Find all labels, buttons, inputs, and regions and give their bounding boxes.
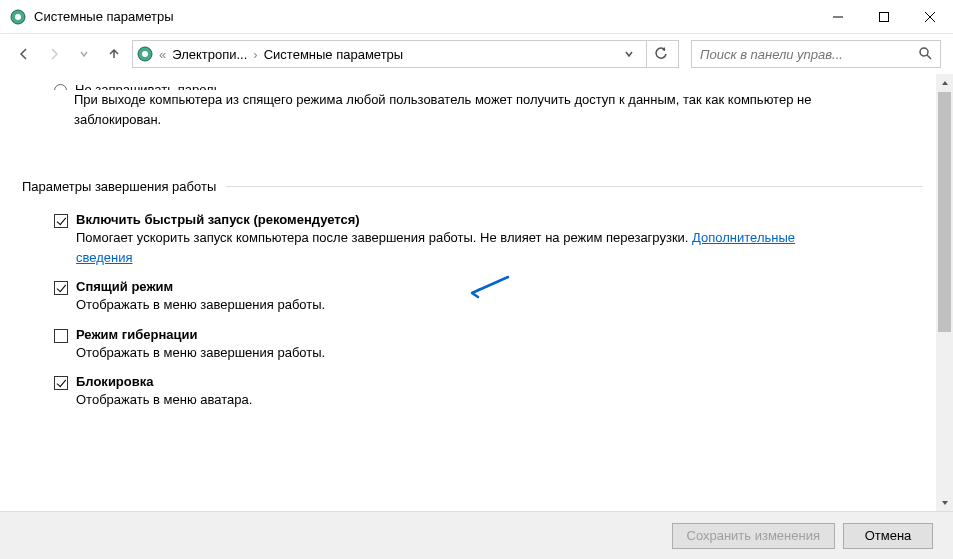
maximize-button[interactable] bbox=[861, 2, 907, 32]
forward-button[interactable] bbox=[42, 42, 66, 66]
chevron-right-icon: › bbox=[253, 47, 257, 62]
window-title: Системные параметры bbox=[34, 9, 815, 24]
checkbox-desc: Отображать в меню завершения работы. bbox=[76, 343, 923, 363]
search-icon[interactable] bbox=[918, 46, 932, 63]
checkbox-icon bbox=[54, 214, 68, 228]
checkbox-icon bbox=[54, 281, 68, 295]
checkbox-desc: Отображать в меню аватара. bbox=[76, 390, 923, 410]
radio-label: Не запрашивать пароль bbox=[75, 82, 220, 90]
scroll-thumb[interactable] bbox=[938, 92, 951, 332]
svg-point-8 bbox=[920, 48, 928, 56]
cancel-button[interactable]: Отмена bbox=[843, 523, 933, 549]
checkbox-label: Включить быстрый запуск (рекомендуется) bbox=[76, 212, 360, 227]
address-icon bbox=[137, 46, 153, 62]
back-button[interactable] bbox=[12, 42, 36, 66]
checkbox-icon bbox=[54, 376, 68, 390]
recent-dropdown[interactable] bbox=[72, 42, 96, 66]
scroll-down-icon[interactable] bbox=[936, 494, 953, 511]
checkbox-label: Блокировка bbox=[76, 374, 153, 389]
checkbox-icon bbox=[54, 329, 68, 343]
svg-point-1 bbox=[15, 14, 21, 20]
scroll-up-icon[interactable] bbox=[936, 74, 953, 91]
svg-rect-3 bbox=[880, 12, 889, 21]
button-bar: Сохранить изменения Отмена bbox=[0, 511, 953, 559]
search-box[interactable] bbox=[691, 40, 941, 68]
scrollbar[interactable] bbox=[936, 74, 953, 511]
save-button[interactable]: Сохранить изменения bbox=[672, 523, 836, 549]
refresh-button[interactable] bbox=[646, 40, 674, 68]
titlebar: Системные параметры bbox=[0, 0, 953, 34]
checkbox-lock[interactable]: Блокировка bbox=[54, 374, 923, 390]
checkbox-label: Режим гибернации bbox=[76, 327, 198, 342]
address-bar[interactable]: « Электропи... › Системные параметры bbox=[132, 40, 679, 68]
checkbox-label: Спящий режим bbox=[76, 279, 173, 294]
radio-no-password[interactable]: Не запрашивать пароль bbox=[54, 82, 923, 90]
up-button[interactable] bbox=[102, 42, 126, 66]
section-header: Параметры завершения работы bbox=[22, 179, 923, 194]
checkbox-hibernate[interactable]: Режим гибернации bbox=[54, 327, 923, 343]
svg-line-9 bbox=[927, 55, 931, 59]
checkbox-desc: Помогает ускорить запуск компьютера посл… bbox=[76, 228, 923, 267]
radio-help-text: При выходе компьютера из спящего режима … bbox=[74, 90, 923, 129]
breadcrumb-sep-icon: « bbox=[159, 47, 166, 62]
close-button[interactable] bbox=[907, 2, 953, 32]
svg-point-7 bbox=[142, 51, 148, 57]
content-area: Не запрашивать пароль При выходе компьют… bbox=[0, 74, 953, 511]
section-title: Параметры завершения работы bbox=[22, 179, 216, 194]
breadcrumb-item[interactable]: Системные параметры bbox=[264, 47, 403, 62]
divider bbox=[226, 186, 923, 187]
minimize-button[interactable] bbox=[815, 2, 861, 32]
radio-icon bbox=[54, 84, 67, 90]
address-dropdown[interactable] bbox=[618, 49, 640, 59]
breadcrumb-item[interactable]: Электропи... bbox=[172, 47, 247, 62]
checkbox-desc: Отображать в меню завершения работы. bbox=[76, 295, 923, 315]
nav-row: « Электропи... › Системные параметры bbox=[0, 34, 953, 74]
app-icon bbox=[10, 9, 26, 25]
checkbox-fast-startup[interactable]: Включить быстрый запуск (рекомендуется) bbox=[54, 212, 923, 228]
search-input[interactable] bbox=[700, 47, 918, 62]
checkbox-sleep[interactable]: Спящий режим bbox=[54, 279, 923, 295]
